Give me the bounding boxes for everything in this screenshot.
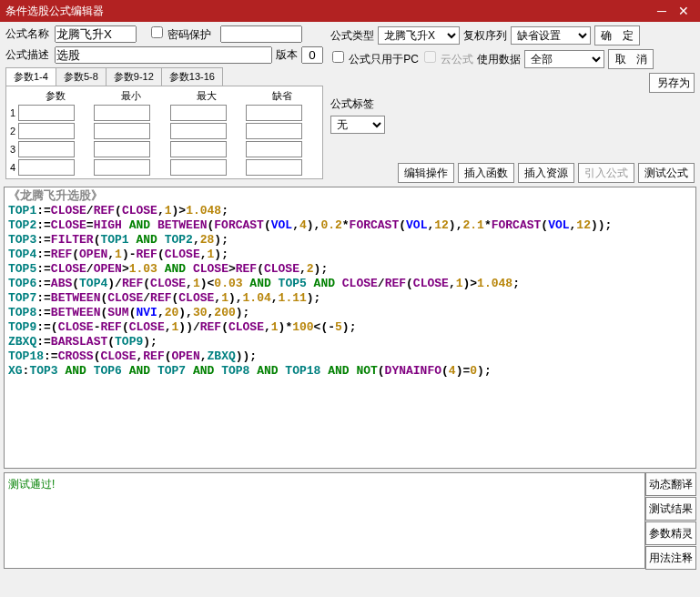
paramwiz-button[interactable]: 参数精灵: [645, 521, 696, 545]
name-label: 公式名称: [5, 26, 51, 42]
param-3-max[interactable]: [170, 141, 227, 157]
tag-label: 公式标签: [330, 96, 374, 112]
tab-params-13-16[interactable]: 参数13-16: [161, 67, 223, 86]
tab-params-9-12[interactable]: 参数9-12: [106, 67, 162, 86]
param-3-def[interactable]: [246, 141, 302, 157]
data-select[interactable]: 全部: [524, 50, 604, 68]
desc-label: 公式描述: [5, 47, 51, 63]
code-editor[interactable]: 《龙腾飞升选股》 TOP1:=CLOSE/REF(CLOSE,1)>1.048;…: [4, 187, 696, 469]
close-icon[interactable]: ✕: [673, 4, 695, 18]
testres-button[interactable]: 测试结果: [645, 497, 696, 521]
editop-button[interactable]: 编辑操作: [398, 163, 454, 183]
param-4-name[interactable]: [18, 159, 75, 176]
usage-button[interactable]: 用法注释: [645, 546, 696, 570]
cancel-button[interactable]: 取 消: [608, 49, 654, 69]
param-tabs: 参数1-4 参数5-8 参数9-12 参数13-16: [5, 67, 323, 86]
name-input[interactable]: [55, 25, 137, 43]
saveas-button[interactable]: 另存为: [649, 73, 695, 93]
message-area: 测试通过!: [4, 472, 645, 569]
pconly-checkbox[interactable]: 公式只用于PC: [330, 51, 419, 67]
param-1-max[interactable]: [170, 105, 227, 121]
toolbar: 公式名称 密码保护 公式描述 版本 参数1-4 参数5-8 参数9-12 参数1…: [0, 22, 700, 187]
minimize-icon[interactable]: ─: [651, 4, 673, 18]
insres-button[interactable]: 插入资源: [518, 163, 574, 183]
test-button[interactable]: 测试公式: [638, 163, 695, 183]
cloud-checkbox[interactable]: 云公式: [422, 51, 473, 67]
param-2-min[interactable]: [94, 123, 150, 139]
pwd-input[interactable]: [220, 25, 302, 43]
param-grid: 参数最小最大缺省 1 2 3 4: [5, 86, 323, 179]
pwd-checkbox[interactable]: 密码保护: [149, 26, 211, 43]
param-4-min[interactable]: [94, 159, 150, 176]
param-3-min[interactable]: [94, 141, 150, 157]
param-4-def[interactable]: [246, 159, 302, 176]
param-1-name[interactable]: [18, 105, 75, 121]
type-select[interactable]: 龙腾飞升X: [378, 26, 460, 45]
fq-label: 复权序列: [463, 28, 507, 44]
tab-params-1-4[interactable]: 参数1-4: [5, 67, 56, 86]
version-label: 版本: [276, 47, 298, 63]
param-2-def[interactable]: [246, 123, 302, 139]
param-1-min[interactable]: [94, 105, 150, 121]
import-button[interactable]: 引入公式: [578, 163, 634, 183]
dyntrans-button[interactable]: 动态翻译: [645, 472, 696, 496]
tag-select[interactable]: 无: [330, 116, 385, 134]
data-label: 使用数据: [477, 52, 521, 67]
ok-button[interactable]: 确 定: [594, 25, 640, 46]
param-4-max[interactable]: [170, 159, 227, 176]
version-input[interactable]: [301, 46, 323, 64]
param-2-max[interactable]: [170, 123, 227, 139]
param-3-name[interactable]: [18, 141, 75, 157]
param-2-name[interactable]: [18, 123, 75, 139]
window-title: 条件选股公式编辑器: [5, 4, 651, 19]
type-label: 公式类型: [330, 28, 374, 44]
titlebar: 条件选股公式编辑器 ─ ✕: [0, 0, 700, 22]
insfn-button[interactable]: 插入函数: [458, 163, 514, 183]
param-1-def[interactable]: [246, 105, 302, 121]
fq-select[interactable]: 缺省设置: [511, 26, 591, 45]
tab-params-5-8[interactable]: 参数5-8: [56, 67, 107, 86]
desc-input[interactable]: [55, 46, 272, 64]
